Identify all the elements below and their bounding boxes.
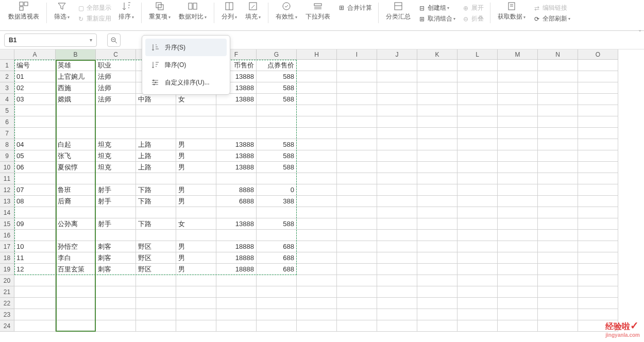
cell-M8[interactable] (498, 139, 538, 150)
cell-M15[interactable] (498, 218, 538, 230)
cell-F5[interactable] (216, 105, 257, 116)
cell-I2[interactable] (337, 71, 377, 82)
cell-L14[interactable] (457, 207, 498, 218)
cell-B10[interactable]: 夏侯惇 (56, 162, 96, 173)
cell-C18[interactable]: 刺客 (96, 252, 136, 264)
cell-G5[interactable] (257, 105, 297, 116)
cell-I7[interactable] (337, 128, 377, 139)
cell-O11[interactable] (578, 173, 618, 184)
cell-N16[interactable] (538, 230, 578, 241)
cell-K23[interactable] (417, 309, 457, 320)
cell-M4[interactable] (498, 94, 538, 105)
cell-C4[interactable]: 法师 (96, 94, 136, 105)
cell-M22[interactable] (498, 298, 538, 309)
cell-M23[interactable] (498, 309, 538, 320)
cell-I12[interactable] (337, 184, 377, 196)
cell-A14[interactable] (14, 207, 56, 218)
cell-O23[interactable] (578, 309, 618, 320)
cell-J3[interactable] (377, 82, 417, 94)
cell-B19[interactable]: 百里玄策 (56, 264, 96, 275)
cell-M17[interactable] (498, 241, 538, 252)
cell-F10[interactable]: 13888 (216, 162, 257, 173)
cell-H7[interactable] (297, 128, 337, 139)
cell-M1[interactable] (498, 60, 538, 71)
cell-K19[interactable] (417, 264, 457, 275)
row-header-10[interactable]: 10 (0, 162, 14, 173)
cell-J24[interactable] (377, 320, 417, 332)
cell-J18[interactable] (377, 252, 417, 264)
cell-N15[interactable] (538, 218, 578, 230)
cell-A7[interactable] (14, 128, 56, 139)
cell-J15[interactable] (377, 218, 417, 230)
sort-button[interactable]: 排序▾ (114, 0, 138, 22)
cell-H2[interactable] (297, 71, 337, 82)
cell-E5[interactable] (176, 105, 216, 116)
cell-G15[interactable]: 588 (257, 218, 297, 230)
cell-L2[interactable] (457, 71, 498, 82)
cell-D22[interactable] (136, 298, 176, 309)
cell-M5[interactable] (498, 105, 538, 116)
cell-D18[interactable]: 野区 (136, 252, 176, 264)
cell-O6[interactable] (578, 116, 618, 128)
cell-C21[interactable] (96, 286, 136, 298)
cell-C9[interactable]: 坦克 (96, 150, 136, 162)
row-header-23[interactable]: 23 (0, 309, 14, 320)
cell-N13[interactable] (538, 196, 578, 207)
cell-K11[interactable] (417, 173, 457, 184)
cell-L7[interactable] (457, 128, 498, 139)
cell-C23[interactable] (96, 309, 136, 320)
cell-L3[interactable] (457, 82, 498, 94)
cell-J14[interactable] (377, 207, 417, 218)
cell-D15[interactable]: 下路 (136, 218, 176, 230)
cell-F7[interactable] (216, 128, 257, 139)
cell-O4[interactable] (578, 94, 618, 105)
cell-O16[interactable] (578, 230, 618, 241)
cell-A12[interactable]: 07 (14, 184, 56, 196)
filter-button[interactable]: 筛选▾ (50, 0, 74, 22)
sort-custom-item[interactable]: 自定义排序(U)... (145, 74, 227, 91)
pivot-table-button[interactable]: 数据透视表 (4, 0, 43, 22)
cell-J2[interactable] (377, 71, 417, 82)
cell-E22[interactable] (176, 298, 216, 309)
cell-F15[interactable]: 13888 (216, 218, 257, 230)
col-header-L[interactable]: L (457, 49, 498, 60)
consolidate-button[interactable]: ⊞合并计算 (334, 3, 375, 13)
cell-A23[interactable] (14, 309, 56, 320)
cell-H18[interactable] (297, 252, 337, 264)
row-header-9[interactable]: 9 (0, 150, 14, 162)
cell-M2[interactable] (498, 71, 538, 82)
cell-E14[interactable] (176, 207, 216, 218)
cell-M19[interactable] (498, 264, 538, 275)
cell-C10[interactable]: 坦克 (96, 162, 136, 173)
cell-I20[interactable] (337, 275, 377, 286)
cell-B24[interactable] (56, 320, 96, 332)
cell-D19[interactable]: 野区 (136, 264, 176, 275)
cell-K17[interactable] (417, 241, 457, 252)
cell-K16[interactable] (417, 230, 457, 241)
cell-J7[interactable] (377, 128, 417, 139)
cell-L6[interactable] (457, 116, 498, 128)
cell-I13[interactable] (337, 196, 377, 207)
cell-K9[interactable] (417, 150, 457, 162)
cell-C8[interactable]: 坦克 (96, 139, 136, 150)
cell-N20[interactable] (538, 275, 578, 286)
cell-B23[interactable] (56, 309, 96, 320)
cell-H1[interactable] (297, 60, 337, 71)
cell-G11[interactable] (257, 173, 297, 184)
cell-J4[interactable] (377, 94, 417, 105)
cell-A24[interactable] (14, 320, 56, 332)
cell-O22[interactable] (578, 298, 618, 309)
cell-F6[interactable] (216, 116, 257, 128)
cell-F19[interactable]: 18888 (216, 264, 257, 275)
cell-E18[interactable]: 男 (176, 252, 216, 264)
cell-D10[interactable]: 上路 (136, 162, 176, 173)
cell-L22[interactable] (457, 298, 498, 309)
refreshall-button[interactable]: ⟳全部刷新▾ (530, 13, 573, 24)
cell-B22[interactable] (56, 298, 96, 309)
cell-F4[interactable]: 13888 (216, 94, 257, 105)
cell-O8[interactable] (578, 139, 618, 150)
cell-N18[interactable] (538, 252, 578, 264)
cell-H11[interactable] (297, 173, 337, 184)
cell-G1[interactable]: 点券售价 (257, 60, 297, 71)
cell-O12[interactable] (578, 184, 618, 196)
